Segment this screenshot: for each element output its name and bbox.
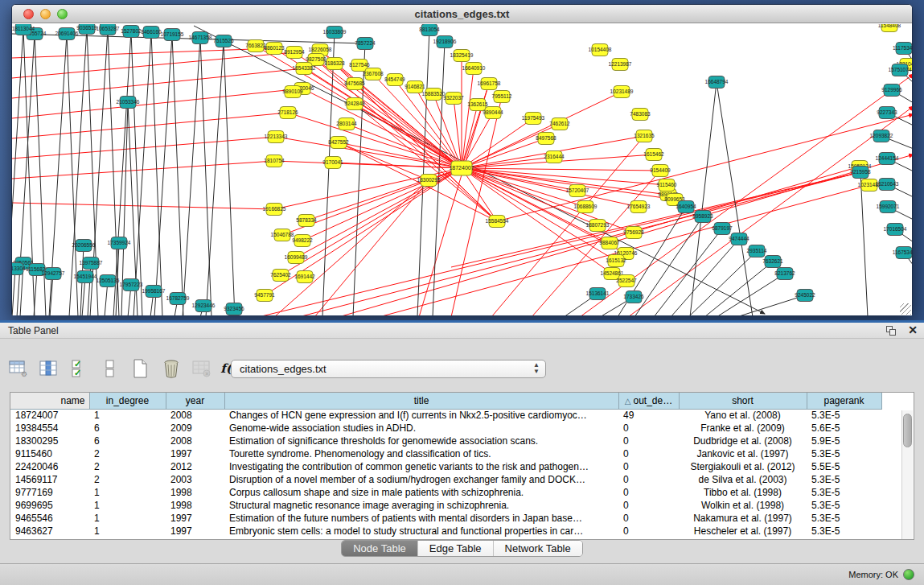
column-header-year[interactable]: year [166, 393, 224, 409]
graph-node[interactable]: 8454749 [384, 74, 405, 86]
column-header-name[interactable]: name [10, 393, 89, 409]
graph-node[interactable]: 10653287 [97, 24, 120, 35]
float-panel-icon[interactable] [886, 326, 897, 336]
table-row[interactable]: 1830029562008Estimation of significance … [10, 435, 881, 447]
graph-node[interactable]: 8813054 [419, 24, 440, 36]
graph-node[interactable]: 1810754 [264, 155, 285, 167]
graph-node[interactable]: 7483083 [630, 109, 651, 121]
graph-node[interactable]: 9227343 [877, 107, 897, 119]
column-header-short[interactable]: short [679, 393, 807, 409]
column-header-in_degree[interactable]: in_degree [89, 393, 166, 409]
graph-node[interactable]: 10231489 [610, 86, 634, 98]
graph-node[interactable]: 17957223 [120, 279, 143, 291]
column-header-title[interactable]: title [224, 393, 618, 409]
graph-node[interactable]: 19958167 [142, 286, 166, 298]
graph-node[interactable]: 20691406 [55, 28, 79, 40]
graph-node[interactable]: 9245022 [795, 290, 815, 302]
graph-node[interactable]: 1321635 [634, 130, 655, 142]
memory-status-indicator[interactable] [903, 569, 914, 580]
citation-network-graph[interactable]: 2405572418113044206914069036519106532871… [12, 24, 912, 315]
select-all-icon[interactable]: ✓✓ [68, 357, 92, 380]
graph-node[interactable]: 8186328 [324, 58, 345, 70]
tab-node-table[interactable]: Node Table [342, 541, 417, 556]
graph-node[interactable]: 5878334 [296, 215, 317, 227]
graph-node[interactable]: 10154408 [589, 44, 612, 56]
graph-node[interactable]: 15584554 [486, 216, 509, 228]
graph-node[interactable]: 8497568 [536, 133, 556, 145]
graph-node[interactable]: 7625402 [270, 270, 291, 282]
graph-node[interactable]: 7663822 [245, 40, 266, 52]
graph-node[interactable]: 15046788 [271, 229, 294, 241]
graph-node[interactable]: 10719155 [161, 29, 184, 41]
graph-node[interactable]: 12213987 [609, 59, 632, 71]
graph-node[interactable]: 9323456 [224, 303, 244, 315]
graph-node[interactable]: 7632621 [762, 256, 783, 268]
graph-node[interactable]: 1615132 [606, 255, 626, 267]
table-row[interactable]: 946554611997Estimation of the future num… [10, 512, 881, 525]
graph-node[interactable]: 1527802 [121, 26, 142, 38]
graph-node[interactable]: 16961758 [478, 78, 501, 90]
graph-node[interactable]: 2522547 [616, 275, 637, 287]
table-scrollbar[interactable] [901, 410, 913, 539]
graph-node[interactable]: 19218906 [433, 36, 457, 48]
graph-node[interactable]: 9756928 [623, 227, 644, 239]
graph-node[interactable]: 17654923 [627, 201, 651, 213]
graph-node[interactable]: 12923446 [192, 300, 216, 312]
graph-node-hub[interactable]: 18724007 [449, 161, 474, 175]
table-row[interactable]: 1938455462009Genome-wide association stu… [10, 422, 881, 435]
graph-node[interactable]: 11675344 [893, 247, 912, 259]
table-row[interactable]: 977716911998Corpus callosum shape and si… [10, 486, 881, 499]
graph-node[interactable]: 1615462 [643, 149, 664, 161]
graph-node[interactable]: 16648794 [705, 76, 729, 89]
graph-node[interactable]: 9154409 [650, 165, 671, 177]
delete-icon[interactable] [159, 357, 183, 380]
graph-node[interactable]: 2316444 [544, 151, 565, 163]
resize-grip[interactable] [900, 303, 911, 315]
table-row[interactable]: 2242004622012Investigating the contribut… [10, 460, 881, 473]
graph-node[interactable]: 12942757 [42, 268, 65, 280]
graph-node[interactable]: 9498222 [292, 235, 313, 247]
graph-node[interactable]: 8213762 [774, 268, 795, 280]
column-header-pagerank[interactable]: pagerank [807, 393, 881, 409]
graph-node[interactable]: 8912954 [284, 47, 305, 59]
table-column-icon[interactable] [37, 357, 61, 380]
graph-node[interactable]: 19166825 [263, 204, 286, 216]
graph-node[interactable]: 9884067 [599, 237, 620, 249]
graph-node[interactable]: 8466160 [141, 27, 162, 39]
graph-node[interactable]: 2935114 [747, 245, 767, 257]
network-canvas[interactable]: 2405572418113044206914069036519106532871… [12, 24, 912, 315]
graph-node[interactable]: 17016504 [884, 224, 907, 236]
graph-node[interactable]: 20206556 [72, 240, 96, 252]
table-row[interactable]: 1872400712008Changes of HCN gene express… [10, 409, 881, 422]
column-header-out_de[interactable]: △out_de… [618, 393, 679, 409]
table-row[interactable]: 1456911722003Disruption of a novel membe… [10, 473, 881, 486]
graph-node[interactable]: 7515526 [213, 35, 234, 47]
graph-node[interactable]: 9242848 [344, 98, 365, 110]
graph-node[interactable]: 1640954 [676, 201, 696, 213]
graph-node[interactable]: 8427552 [328, 137, 349, 149]
network-window-titlebar[interactable]: citations_edges.txt [12, 5, 912, 23]
graph-node[interactable]: 9457791 [254, 290, 275, 302]
graph-node[interactable]: 12093822 [870, 130, 893, 142]
graph-node[interactable]: 11975493 [522, 113, 545, 125]
graph-node[interactable]: 9215958 [850, 167, 871, 179]
graph-node[interactable]: 18807293 [586, 220, 610, 232]
graph-node[interactable]: 1691442 [294, 271, 315, 283]
graph-node[interactable]: 10688609 [574, 201, 598, 213]
graph-node[interactable]: 8475685 [344, 78, 365, 90]
graph-node[interactable]: 8958923 [692, 211, 713, 223]
unselect-all-icon[interactable] [98, 357, 122, 380]
graph-node[interactable]: 7955112 [492, 91, 512, 103]
table-settings-icon[interactable]: ⚙ [6, 357, 31, 380]
graph-node[interactable]: 9170041 [322, 157, 343, 169]
close-panel-icon[interactable]: ✕ [908, 323, 918, 336]
table-row[interactable]: 911546021997Tourette syndrome. Phenomeno… [10, 447, 881, 460]
graph-node[interactable]: 8860123 [264, 43, 285, 55]
tab-edge-table[interactable]: Edge Table [417, 541, 493, 556]
graph-node[interactable]: 9474444 [729, 233, 749, 245]
graph-node[interactable]: 7857224 [355, 38, 376, 50]
graph-node[interactable]: 21053346 [117, 97, 140, 109]
graph-node[interactable]: 11175344 [893, 43, 912, 55]
graph-node[interactable]: 9890444 [483, 107, 503, 119]
graph-node[interactable]: 9129966 [881, 84, 902, 97]
